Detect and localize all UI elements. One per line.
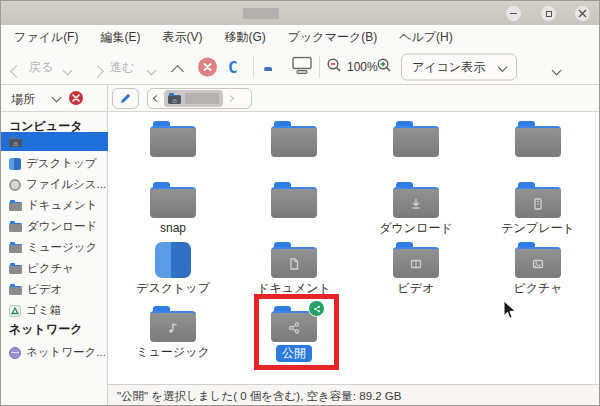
sidebar-item-trash[interactable]: ゴミ箱 bbox=[1, 301, 108, 320]
sidebar-item-desktop[interactable]: デスクトップ bbox=[1, 154, 108, 173]
places-sidebar: コンピュータ ⌂ デスクトップ ファイルシス... ドキュメント ダウンロード … bbox=[1, 112, 108, 406]
stop-button[interactable] bbox=[198, 57, 217, 76]
folder-item[interactable] bbox=[123, 121, 223, 175]
back-icon[interactable] bbox=[10, 65, 23, 78]
statusbar: "公開" を選択しました( 0 個を含む), 空き容量: 89.2 GB bbox=[108, 384, 600, 406]
menu-go[interactable]: 移動(G) bbox=[213, 25, 276, 49]
view-mode-label: アイコン表示 bbox=[412, 58, 485, 75]
zoom-in-button[interactable] bbox=[376, 57, 393, 77]
sidebar-item-label: ネットワーク... bbox=[26, 345, 106, 360]
computer-button[interactable] bbox=[291, 56, 313, 77]
folder-item-snap[interactable]: snap bbox=[123, 182, 223, 236]
up-icon[interactable] bbox=[171, 65, 184, 78]
breadcrumb-home-crumb[interactable]: ⌂ bbox=[164, 90, 223, 107]
toolbar-overflow-chevron-icon[interactable] bbox=[552, 65, 562, 75]
video-emblem-icon bbox=[408, 256, 424, 272]
sidebar-item-network[interactable]: ネットワーク... bbox=[1, 343, 108, 362]
sidebar-item-label: ミュージック bbox=[27, 240, 97, 255]
close-button[interactable] bbox=[575, 6, 590, 21]
folder-item-downloads[interactable]: ダウンロード bbox=[366, 182, 466, 236]
sidebar-item-downloads[interactable]: ダウンロード bbox=[1, 217, 108, 236]
minimize-button[interactable] bbox=[506, 6, 521, 21]
zoom-level: 100% bbox=[347, 60, 378, 74]
menu-edit[interactable]: 編集(E) bbox=[89, 25, 151, 49]
folder-icon bbox=[393, 182, 439, 218]
folder-item-pictures[interactable]: ピクチャ bbox=[488, 242, 588, 296]
zoom-in-icon bbox=[376, 57, 393, 74]
view-mode-select[interactable]: アイコン表示 bbox=[401, 53, 517, 80]
folder-label: デスクトップ bbox=[123, 281, 223, 296]
back-button[interactable]: 戻る bbox=[29, 58, 53, 75]
folder-icon bbox=[9, 284, 22, 295]
document-emblem-icon bbox=[286, 256, 302, 272]
file-manager-window: ファイル(F) 編集(E) 表示(V) 移動(G) ブックマーク(B) ヘルプ(… bbox=[0, 0, 600, 406]
toolbar-separator bbox=[253, 56, 254, 78]
disk-icon bbox=[9, 179, 21, 191]
folder-icon bbox=[271, 242, 317, 278]
maximize-icon bbox=[546, 11, 552, 17]
stop-x-icon bbox=[203, 62, 212, 71]
places-close-button[interactable] bbox=[69, 91, 83, 105]
sidebar-item-pictures[interactable]: ピクチャ bbox=[1, 259, 108, 278]
sidebar-item-videos[interactable]: ビデオ bbox=[1, 280, 108, 299]
folder-icon bbox=[271, 121, 317, 157]
folder-label bbox=[244, 221, 344, 236]
pencil-icon bbox=[119, 92, 132, 105]
folder-item-music[interactable]: ミュージック bbox=[123, 306, 223, 360]
menu-help[interactable]: ヘルプ(H) bbox=[388, 25, 464, 49]
network-globe-icon bbox=[9, 347, 21, 359]
breadcrumb[interactable]: ⌂ bbox=[147, 88, 252, 109]
folder-item-documents[interactable]: ドキュメント bbox=[244, 242, 344, 296]
desktop-icon bbox=[9, 158, 21, 170]
sidebar-item-filesystem[interactable]: ファイルシス... bbox=[1, 175, 108, 194]
maximize-button[interactable] bbox=[541, 6, 556, 21]
folder-item-desktop[interactable]: デスクトップ bbox=[123, 242, 223, 296]
forward-icon[interactable] bbox=[91, 65, 104, 78]
folder-view[interactable]: snap ダウンロード bbox=[108, 112, 600, 384]
folder-icon bbox=[150, 182, 196, 218]
folder-icon bbox=[393, 121, 439, 157]
home-folder-icon: ⌂ bbox=[9, 136, 22, 147]
zoom-out-button[interactable] bbox=[326, 57, 343, 77]
breadcrumb-forward-chevron-icon[interactable] bbox=[227, 95, 234, 102]
sidebar-item-home[interactable]: ⌂ bbox=[1, 132, 108, 151]
folder-item-videos[interactable]: ビデオ bbox=[366, 242, 466, 296]
forward-button[interactable]: 進む bbox=[110, 58, 134, 75]
folder-icon bbox=[9, 221, 22, 232]
back-history-chevron-icon[interactable] bbox=[63, 65, 73, 75]
location-row: 場所 ⌂ bbox=[1, 85, 599, 112]
folder-icon bbox=[271, 182, 317, 218]
sidebar-header-network: ネットワーク bbox=[9, 321, 82, 338]
forward-history-chevron-icon[interactable] bbox=[147, 65, 157, 75]
breadcrumb-name-redacted bbox=[185, 93, 219, 104]
computer-icon bbox=[291, 56, 313, 74]
menu-view[interactable]: 表示(V) bbox=[151, 25, 213, 49]
breadcrumb-back-chevron-icon[interactable] bbox=[153, 95, 160, 102]
folder-icon bbox=[9, 242, 22, 253]
places-chevron-icon[interactable] bbox=[52, 93, 62, 103]
folder-item[interactable] bbox=[244, 121, 344, 175]
download-emblem-icon bbox=[408, 196, 424, 212]
sidebar-item-music[interactable]: ミュージック bbox=[1, 238, 108, 257]
menu-file[interactable]: ファイル(F) bbox=[3, 25, 89, 49]
folder-icon bbox=[515, 121, 561, 157]
folder-item-templates[interactable]: テンプレート bbox=[488, 182, 588, 236]
mouse-cursor bbox=[503, 300, 517, 320]
folder-item[interactable] bbox=[244, 182, 344, 236]
folder-icon bbox=[150, 121, 196, 157]
titlebar[interactable] bbox=[1, 1, 599, 25]
menubar: ファイル(F) 編集(E) 表示(V) 移動(G) ブックマーク(B) ヘルプ(… bbox=[1, 25, 599, 49]
folder-item[interactable] bbox=[488, 121, 588, 175]
edit-location-button[interactable] bbox=[112, 88, 139, 109]
sidebar-item-documents[interactable]: ドキュメント bbox=[1, 196, 108, 215]
folder-item[interactable] bbox=[366, 121, 466, 175]
reload-icon[interactable]: C bbox=[228, 57, 238, 76]
sidebar-item-label: デスクトップ bbox=[26, 156, 97, 171]
places-panel-header: 場所 bbox=[1, 85, 108, 112]
folder-label: ダウンロード bbox=[366, 221, 466, 236]
picture-emblem-icon bbox=[530, 256, 546, 272]
scrollbar-track[interactable] bbox=[595, 112, 596, 384]
toolbar-separator bbox=[319, 56, 320, 78]
window-title-redacted bbox=[243, 8, 279, 19]
menu-bookmarks[interactable]: ブックマーク(B) bbox=[277, 25, 388, 49]
